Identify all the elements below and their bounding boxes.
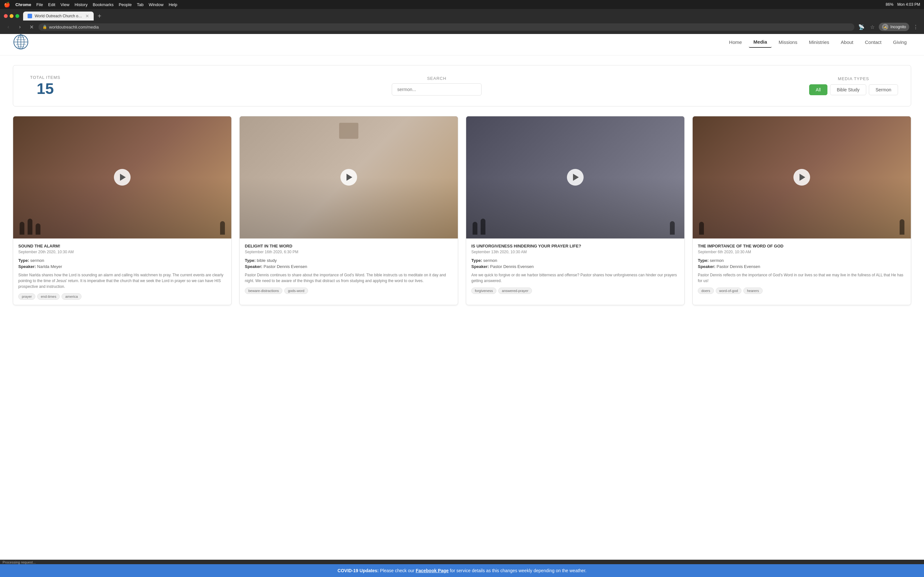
tag[interactable]: forgiveness [471, 287, 496, 294]
card-3: IS UNFORGIVENESS HINDERING YOUR PRAYER L… [466, 116, 685, 305]
menubar-chrome[interactable]: Chrome [15, 2, 31, 7]
active-tab[interactable]: World Outreach Church of Go... ✕ [23, 11, 94, 21]
covid-middle: Please check our [380, 568, 415, 573]
menu-icon[interactable]: ⋮ [911, 23, 920, 31]
tag[interactable]: prayer [18, 293, 35, 300]
card-4-desc: Pastor Dennis reflects on the importance… [698, 272, 906, 284]
card-3-title: IS UNFORGIVENESS HINDERING YOUR PRAYER L… [471, 243, 679, 248]
close-window-btn[interactable] [4, 14, 8, 18]
card-4-title: THE IMPORTANCE OF THE WORD OF GOD [698, 243, 906, 248]
incognito-label: Incognito [890, 25, 906, 29]
card-4-tags: doers word-of-god hearers [698, 287, 906, 294]
reload-btn[interactable]: ✕ [27, 23, 36, 31]
logo-icon [13, 34, 29, 50]
card-3-desc: Are we quick to forgive or do we harbor … [471, 272, 679, 284]
card-4-type: Type: sermon [698, 258, 906, 263]
filter-all-btn[interactable]: All [809, 84, 828, 95]
menubar-tab[interactable]: Tab [137, 2, 144, 7]
media-types-section: MEDIA TYPES All Bible Study Sermon [809, 76, 898, 95]
site-nav: Home Media Missions Ministries About Con… [724, 37, 911, 48]
card-2-desc: Pastor Dennis continues to share about t… [245, 272, 453, 284]
nav-giving[interactable]: Giving [888, 37, 911, 47]
menubar-bookmarks[interactable]: Bookmarks [93, 2, 113, 7]
url-bar[interactable]: 🔒 worldoutreachli.com/media [39, 23, 855, 31]
card-1-play-btn[interactable] [114, 169, 131, 185]
filter-bible-study-btn[interactable]: Bible Study [830, 84, 866, 95]
minimize-window-btn[interactable] [10, 14, 13, 18]
card-2-play-btn[interactable] [341, 169, 357, 185]
search-input[interactable] [392, 83, 481, 95]
card-3-tags: forgiveness answered-prayer [471, 287, 679, 294]
apple-menu[interactable]: 🍎 [4, 2, 10, 8]
card-4-thumb-img [693, 116, 911, 239]
nav-home[interactable]: Home [724, 37, 746, 47]
total-items-count: 15 [26, 81, 65, 97]
status-text: Processing request... [3, 560, 36, 564]
covid-facebook-link[interactable]: Facebook Page [416, 568, 449, 573]
address-bar: ‹ › ✕ 🔒 worldoutreachli.com/media 📡 ☆ 🕵 … [0, 21, 924, 34]
menubar-view[interactable]: View [60, 2, 69, 7]
card-3-play-btn[interactable] [567, 169, 583, 185]
tag[interactable]: doers [698, 287, 714, 294]
card-1-thumb-img [13, 116, 231, 239]
card-4: THE IMPORTANCE OF THE WORD OF GOD Septem… [692, 116, 911, 305]
clock: Mon 4:03 PM [897, 2, 920, 7]
menubar-right: 86% Mon 4:03 PM [886, 2, 920, 7]
card-4-body: THE IMPORTANCE OF THE WORD OF GOD Septem… [693, 239, 911, 299]
card-4-thumbnail[interactable] [693, 116, 911, 239]
incognito-avatar: 🕵 [882, 24, 888, 30]
menubar-window[interactable]: Window [149, 2, 163, 7]
card-1-speaker: Speaker: Narlda Meyer [18, 264, 226, 269]
card-2-date: September 16th 2020, 6:30 PM [245, 250, 453, 254]
menubar-help[interactable]: Help [169, 2, 178, 7]
card-1: SOUND THE ALARM! September 20th 2020, 10… [13, 116, 232, 305]
nav-media[interactable]: Media [749, 37, 772, 48]
bookmark-icon[interactable]: ☆ [868, 23, 877, 31]
security-lock-icon: 🔒 [42, 25, 47, 29]
card-1-tags: prayer end-times america [18, 293, 226, 300]
menubar-edit[interactable]: Edit [48, 2, 55, 7]
tag[interactable]: hearers [743, 287, 762, 294]
card-3-speaker: Speaker: Pastor Dennis Evensen [471, 264, 679, 269]
incognito-btn[interactable]: 🕵 Incognito [879, 23, 909, 31]
card-3-body: IS UNFORGIVENESS HINDERING YOUR PRAYER L… [466, 239, 684, 299]
card-1-date: September 20th 2020, 10:30 AM [18, 250, 226, 254]
card-4-date: September 6th 2020, 10:30 AM [698, 250, 906, 254]
search-label: SEARCH [78, 76, 796, 81]
cast-icon[interactable]: 📡 [857, 23, 866, 31]
covid-prefix: COVID-19 Updates: [338, 568, 379, 573]
tag[interactable]: america [61, 293, 81, 300]
nav-missions[interactable]: Missions [774, 37, 802, 47]
tab-title: World Outreach Church of Go... [35, 14, 83, 18]
toolbar-icons: 📡 ☆ 🕵 Incognito ⋮ [857, 23, 920, 31]
tag[interactable]: word-of-god [716, 287, 742, 294]
card-1-desc: Sister Narlda shares how the Lord is sou… [18, 272, 226, 290]
tag[interactable]: end-times [37, 293, 60, 300]
menubar-file[interactable]: File [36, 2, 43, 7]
media-filter: TOTAL ITEMS 15 SEARCH MEDIA TYPES All Bi… [13, 65, 911, 106]
tab-close-btn[interactable]: ✕ [86, 13, 89, 19]
filter-sermon-btn[interactable]: Sermon [869, 84, 898, 95]
card-1-type: Type: sermon [18, 258, 226, 263]
tag[interactable]: gods-word [284, 287, 308, 294]
new-tab-btn[interactable]: + [95, 11, 104, 21]
forward-btn[interactable]: › [15, 23, 24, 31]
card-4-play-btn[interactable] [793, 169, 810, 185]
nav-about[interactable]: About [837, 37, 858, 47]
total-items-section: TOTAL ITEMS 15 [26, 75, 65, 97]
macos-menubar: 🍎 Chrome File Edit View History Bookmark… [0, 0, 924, 9]
nav-ministries[interactable]: Ministries [804, 37, 834, 47]
maximize-window-btn[interactable] [15, 14, 19, 18]
card-3-thumbnail[interactable] [466, 116, 684, 239]
menubar-people[interactable]: People [119, 2, 132, 7]
nav-contact[interactable]: Contact [861, 37, 886, 47]
card-2-title: DELIGHT IN THE WORD [245, 243, 453, 248]
card-2-tags: beware-distractions gods-word [245, 287, 453, 294]
tag[interactable]: beware-distractions [245, 287, 282, 294]
tag[interactable]: answered-prayer [498, 287, 532, 294]
card-2-thumbnail[interactable] [240, 116, 458, 239]
menubar-history[interactable]: History [74, 2, 87, 7]
card-1-thumbnail[interactable] [13, 116, 231, 239]
url-text: worldoutreachli.com/media [49, 25, 851, 29]
back-btn[interactable]: ‹ [4, 23, 13, 31]
